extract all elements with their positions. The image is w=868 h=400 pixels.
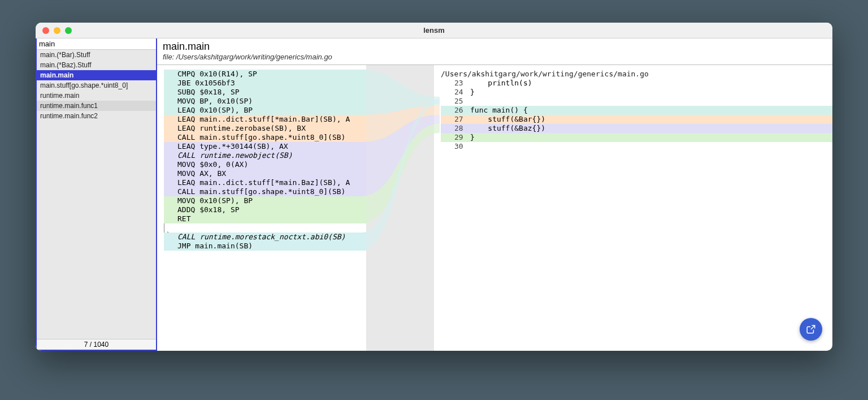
src-line[interactable]: 24} (441, 88, 832, 97)
sidebar-item[interactable]: runtime.main.func1 (37, 101, 156, 111)
line-number: 26 (454, 106, 470, 115)
asm-line[interactable]: CALL runtime.newobject(SB) (164, 151, 366, 160)
asm-line[interactable]: RET (164, 214, 366, 223)
flow-gutter (366, 65, 434, 351)
sidebar-item[interactable]: main.(*Bar).Stuff (37, 50, 156, 60)
asm-line[interactable]: JMP main.main(SB) (164, 242, 366, 251)
src-line[interactable]: 28 stuff(&Baz{}) (441, 124, 832, 133)
open-external-button[interactable] (800, 318, 822, 341)
asm-line[interactable]: LEAQ main..dict.stuff[*main.Baz](SB), A (164, 178, 366, 187)
asm-line[interactable]: LEAQ type.*+30144(SB), AX (164, 142, 366, 151)
asm-line[interactable]: ADDQ $0x18, SP (164, 205, 366, 214)
app-window: lensm main.(*Bar).Stuffmain.(*Baz).Stuff… (36, 23, 832, 351)
asm-line[interactable]: MOVQ BP, 0x10(SP) (164, 97, 366, 106)
asm-line[interactable]: CMPQ 0x10(R14), SP (164, 70, 366, 79)
asm-line[interactable]: CALL main.stuff[go.shape.*uint8_0](SB) (164, 187, 366, 196)
symbol-file: file: /Users/akshitgarg/work/writing/gen… (163, 53, 827, 61)
line-number: 24 (454, 88, 470, 97)
window-body: main.(*Bar).Stuffmain.(*Baz).Stuffmain.m… (36, 38, 832, 351)
asm-line[interactable]: MOVQ 0x10(SP), BP (164, 196, 366, 205)
titlebar: lensm (36, 23, 832, 38)
src-line[interactable]: 26func main() { (441, 106, 832, 115)
asm-line[interactable]: LEAQ main..dict.stuff[*main.Bar](SB), A (164, 115, 366, 124)
minimize-icon[interactable] (54, 27, 60, 34)
asm-line[interactable]: CALL main.stuff[go.shape.*uint8_0](SB) (164, 133, 366, 142)
sidebar-item[interactable]: main.stuff[go.shape.*uint8_0] (37, 80, 156, 91)
asm-line[interactable]: SUBQ $0x18, SP (164, 88, 366, 97)
src-line[interactable]: 30 (441, 142, 832, 151)
source-pane[interactable]: /Users/akshitgarg/work/writing/generics/… (434, 65, 832, 351)
symbol-list[interactable]: main.(*Bar).Stuffmain.(*Baz).Stuffmain.m… (37, 50, 156, 339)
code-panes: CMPQ 0x10(R14), SPJBE 0x1056bf3SUBQ $0x1… (157, 65, 832, 351)
symbol-header: main.main file: /Users/akshitgarg/work/w… (157, 38, 832, 65)
asm-line[interactable]: CALL runtime.morestack_noctxt.abi0(SB) (164, 233, 366, 242)
src-line[interactable]: 27 stuff(&Bar{}) (441, 115, 832, 124)
symbol-counter: 7 / 1040 (37, 339, 156, 350)
asm-line[interactable]: LEAQ 0x10(SP), BP (164, 106, 366, 115)
symbol-sidebar: main.(*Bar).Stuffmain.(*Baz).Stuffmain.m… (36, 38, 157, 351)
asm-line[interactable]: MOVQ AX, BX (164, 169, 366, 178)
line-number: 28 (454, 124, 470, 133)
sidebar-item[interactable]: main.main (37, 70, 156, 80)
close-icon[interactable] (42, 27, 49, 34)
sidebar-item[interactable]: runtime.main.func2 (37, 111, 156, 121)
line-number: 23 (454, 79, 470, 88)
zoom-icon[interactable] (65, 27, 72, 34)
window-title: lensm (36, 26, 832, 35)
flow-ribbons (361, 70, 440, 296)
line-number: 30 (454, 142, 470, 151)
sidebar-item[interactable]: runtime.main (37, 91, 156, 101)
asm-line[interactable] (164, 223, 366, 233)
sidebar-item[interactable]: main.(*Baz).Stuff (37, 60, 156, 70)
symbol-name: main.main (163, 41, 827, 53)
src-line[interactable]: 25 (441, 97, 832, 106)
filter-input[interactable] (37, 38, 156, 50)
line-number: 25 (454, 97, 470, 106)
open-external-icon (806, 324, 816, 334)
asm-line[interactable]: LEAQ runtime.zerobase(SB), BX (164, 124, 366, 133)
line-number: 27 (454, 115, 470, 124)
asm-line[interactable]: MOVQ $0x0, 0(AX) (164, 160, 366, 169)
assembly-pane[interactable]: CMPQ 0x10(R14), SPJBE 0x1056bf3SUBQ $0x1… (157, 65, 366, 351)
src-line[interactable]: 23 println(s) (441, 79, 832, 88)
src-line[interactable]: 29} (441, 133, 832, 142)
asm-line[interactable]: JBE 0x1056bf3 (164, 79, 366, 88)
line-number: 29 (454, 133, 470, 142)
main-pane: main.main file: /Users/akshitgarg/work/w… (157, 38, 832, 351)
source-path: /Users/akshitgarg/work/writing/generics/… (441, 70, 832, 79)
traffic-lights (36, 27, 72, 34)
